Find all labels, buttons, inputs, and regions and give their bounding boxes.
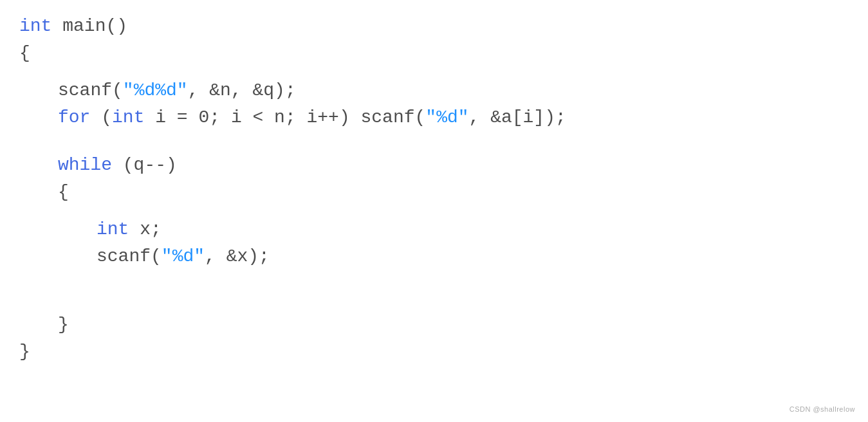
spacer	[19, 206, 849, 216]
code-line-2: {	[19, 40, 849, 67]
code-text: scanf(	[97, 243, 162, 270]
code-text: scanf(	[58, 77, 123, 104]
code-line-5: while (q--)	[19, 152, 849, 179]
brace-open: {	[19, 40, 30, 67]
code-line-1: int main()	[19, 13, 849, 40]
code-text: , &n, &q);	[188, 77, 296, 104]
code-text: main()	[51, 13, 127, 40]
code-line-6: {	[19, 179, 849, 206]
string-literal: "%d"	[425, 104, 468, 131]
code-text: x;	[129, 216, 161, 243]
code-text: , &a[i]);	[469, 104, 566, 131]
spacer	[19, 291, 849, 311]
string-literal: "%d"	[162, 243, 205, 270]
keyword-int-inner: int	[97, 216, 129, 243]
brace-close-outer: }	[19, 338, 30, 365]
keyword-int: int	[112, 104, 144, 131]
code-line-10: }	[19, 338, 849, 365]
code-text: (	[90, 104, 112, 131]
code-line-4: for (int i = 0; i < n; i++) scanf("%d", …	[19, 104, 849, 131]
code-line-7: int x;	[19, 216, 849, 243]
spacer	[19, 67, 849, 77]
code-line-9: }	[19, 311, 849, 338]
code-text: , &x);	[205, 243, 270, 270]
code-line-3: scanf("%d%d", &n, &q);	[19, 77, 849, 104]
spacer	[19, 270, 849, 291]
watermark: CSDN @shallrelow	[790, 404, 855, 415]
code-container: int main() { scanf("%d%d", &n, &q); for …	[0, 0, 868, 422]
brace-close-inner: }	[58, 311, 69, 338]
code-text: i = 0; i < n; i++) scanf(	[144, 104, 425, 131]
brace-open-inner: {	[58, 179, 69, 206]
keyword-for: for	[58, 104, 90, 131]
code-text: (q--)	[112, 152, 177, 179]
spacer	[19, 131, 849, 152]
keyword-int: int	[19, 13, 51, 40]
keyword-while: while	[58, 152, 112, 179]
string-literal: "%d%d"	[123, 77, 188, 104]
code-line-8: scanf("%d", &x);	[19, 243, 849, 270]
